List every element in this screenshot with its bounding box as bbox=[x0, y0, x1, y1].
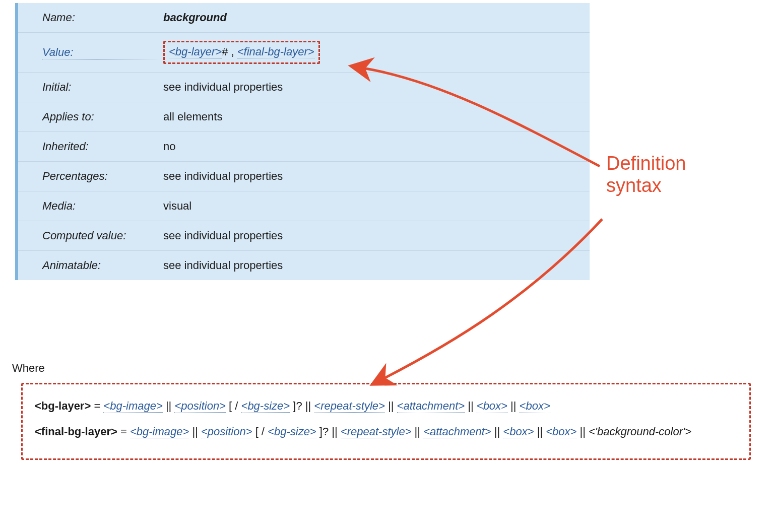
propdef-value: see individual properties bbox=[163, 229, 577, 242]
syntax-text: ]? || bbox=[316, 425, 341, 438]
syntax-type-link[interactable]: <final-bg-layer> bbox=[237, 45, 314, 58]
propdef-label: Applies to: bbox=[42, 110, 94, 123]
syntax-type-link[interactable]: <box> bbox=[477, 400, 507, 413]
propdef-value: see individual properties bbox=[163, 170, 577, 183]
propdef-value: see individual properties bbox=[163, 81, 577, 94]
syntax-text: || bbox=[385, 400, 397, 412]
propdef-value: visual bbox=[163, 200, 577, 213]
syntax-text: || bbox=[189, 425, 201, 438]
propdef-text-value: see individual properties bbox=[163, 259, 283, 272]
syntax-where-box: <bg-layer> = <bg-image> || <position> [ … bbox=[21, 383, 751, 460]
where-def-name: <bg-layer> bbox=[35, 400, 91, 412]
where-heading: Where bbox=[12, 362, 45, 375]
propdef-row: Media:visual bbox=[18, 191, 590, 221]
syntax-type-link[interactable]: <box> bbox=[546, 425, 576, 438]
propdef-row: Value:<bg-layer># , <final-bg-layer> bbox=[18, 33, 590, 73]
propdef-row: Applies to:all elements bbox=[18, 102, 590, 132]
syntax-text: || bbox=[576, 425, 589, 438]
syntax-text: || bbox=[163, 400, 175, 412]
syntax-text: || bbox=[507, 400, 520, 412]
propdef-label[interactable]: Value: bbox=[42, 46, 163, 59]
propdef-label: Inherited: bbox=[42, 140, 89, 153]
syntax-text: ]? || bbox=[290, 400, 314, 412]
syntax-text: || bbox=[465, 400, 477, 412]
syntax-type-link[interactable]: <box> bbox=[503, 425, 534, 438]
syntax-text: [ / bbox=[226, 400, 241, 412]
syntax-type-link[interactable]: <repeat-style> bbox=[341, 425, 412, 438]
syntax-type-link[interactable]: <bg-image> bbox=[130, 425, 189, 438]
syntax-type-link[interactable]: <position> bbox=[174, 400, 226, 413]
syntax-text: = bbox=[117, 425, 130, 438]
syntax-type-link[interactable]: <bg-size> bbox=[268, 425, 316, 438]
syntax-type-link[interactable]: <bg-size> bbox=[241, 400, 290, 413]
syntax-text: || bbox=[411, 425, 423, 438]
propdef-value: see individual properties bbox=[163, 259, 577, 272]
where-definition: <final-bg-layer> = <bg-image> || <positi… bbox=[35, 422, 739, 441]
where-def-name: <final-bg-layer> bbox=[35, 425, 117, 438]
syntax-type-link[interactable]: <position> bbox=[201, 425, 252, 438]
value-syntax-highlight: <bg-layer># , <final-bg-layer> bbox=[163, 41, 320, 64]
syntax-text: || bbox=[491, 425, 503, 438]
propdef-text-value: all elements bbox=[163, 110, 222, 123]
propdef-row: Initial:see individual properties bbox=[18, 73, 590, 102]
propdef-label: Name: bbox=[42, 11, 75, 24]
annotation-line: syntax bbox=[606, 175, 686, 197]
propdef-text-value: see individual properties bbox=[163, 81, 283, 93]
syntax-text-italic: <'background-color'> bbox=[589, 425, 691, 438]
syntax-text: [ / bbox=[252, 425, 268, 438]
where-definition: <bg-layer> = <bg-image> || <position> [ … bbox=[35, 396, 739, 415]
syntax-text: # , bbox=[222, 45, 237, 58]
propdef-row: Name:background bbox=[18, 3, 590, 33]
propdef-label: Animatable: bbox=[42, 259, 101, 272]
propdef-label: Media: bbox=[42, 200, 76, 212]
syntax-text: = bbox=[91, 400, 103, 412]
syntax-text: || bbox=[534, 425, 546, 438]
propdef-label: Initial: bbox=[42, 81, 71, 93]
propdef-row: Inherited:no bbox=[18, 132, 590, 162]
propdef-value: all elements bbox=[163, 110, 577, 123]
syntax-type-link[interactable]: <bg-image> bbox=[103, 400, 162, 413]
propdef-text-value: see individual properties bbox=[163, 170, 283, 182]
propdef-label: Percentages: bbox=[42, 170, 108, 182]
propdef-value: no bbox=[163, 140, 577, 153]
syntax-type-link[interactable]: <box> bbox=[520, 400, 550, 413]
propdef-value: background bbox=[163, 11, 577, 24]
propdef-row: Percentages:see individual properties bbox=[18, 162, 590, 191]
property-definition-table: Name:backgroundValue:<bg-layer># , <fina… bbox=[15, 3, 590, 280]
syntax-type-link[interactable]: <repeat-style> bbox=[314, 400, 385, 413]
propdef-name-value: background bbox=[163, 11, 227, 24]
propdef-row: Animatable:see individual properties bbox=[18, 251, 590, 280]
propdef-row: Computed value:see individual properties bbox=[18, 221, 590, 251]
propdef-text-value: no bbox=[163, 140, 175, 153]
syntax-type-link[interactable]: <attachment> bbox=[423, 425, 491, 438]
annotation-definition-syntax: Definitionsyntax bbox=[606, 153, 686, 196]
propdef-label: Computed value: bbox=[42, 229, 126, 242]
propdef-text-value: visual bbox=[163, 200, 191, 212]
propdef-value: <bg-layer># , <final-bg-layer> bbox=[163, 41, 577, 64]
syntax-type-link[interactable]: <attachment> bbox=[397, 400, 465, 413]
annotation-line: Definition bbox=[606, 153, 686, 175]
syntax-type-link[interactable]: <bg-layer> bbox=[169, 45, 222, 58]
propdef-text-value: see individual properties bbox=[163, 229, 283, 242]
